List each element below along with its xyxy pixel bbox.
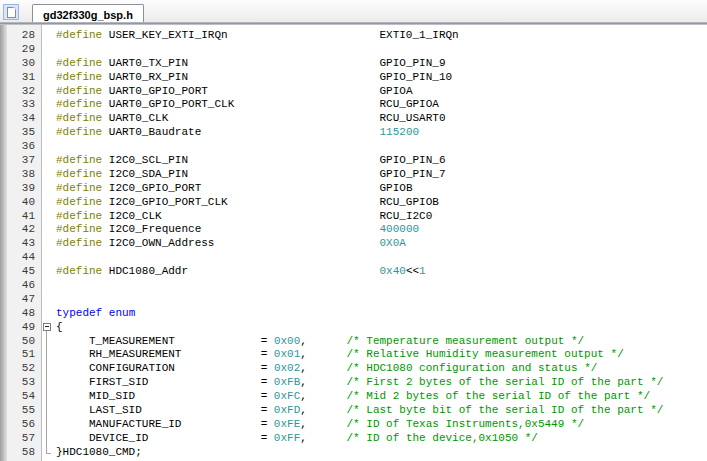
code-line[interactable]: 37#define I2C0_SCL_PIN GPIO_PIN_6 bbox=[7, 154, 707, 168]
code-text: typedef enum bbox=[56, 307, 707, 321]
code-line[interactable]: 56 MANUFACTURE_ID = 0xFE, /* ID of Texas… bbox=[7, 418, 707, 432]
code-line[interactable]: 31#define UART0_RX_PIN GPIO_PIN_10 bbox=[7, 71, 707, 85]
code-text: #define UART0_CLK RCU_USART0 bbox=[56, 112, 707, 126]
fold-collapse-icon[interactable] bbox=[41, 321, 56, 335]
line-number: 52 bbox=[7, 362, 41, 376]
code-text: #define I2C0_SDA_PIN GPIO_PIN_7 bbox=[56, 168, 707, 182]
tab-bar: gd32f330g_bsp.h bbox=[0, 0, 707, 22]
fold-margin bbox=[41, 307, 56, 321]
code-line[interactable]: 42#define I2C0_Frequence 400000 bbox=[7, 223, 707, 237]
line-number: 33 bbox=[7, 98, 41, 112]
code-text: #define UART0_Baudrate 115200 bbox=[56, 126, 707, 140]
line-number: 39 bbox=[7, 182, 41, 196]
tab-gd32f330g-bsp[interactable]: gd32f330g_bsp.h bbox=[32, 4, 144, 23]
code-line[interactable]: 41#define I2C0_CLK RCU_I2C0 bbox=[7, 210, 707, 224]
code-line[interactable]: 35#define UART0_Baudrate 115200 bbox=[7, 126, 707, 140]
fold-line bbox=[41, 418, 56, 432]
code-line[interactable]: 28#define USER_KEY_EXTI_IRQn EXTI0_1_IRQ… bbox=[7, 29, 707, 43]
fold-margin bbox=[41, 223, 56, 237]
file-icon-button[interactable] bbox=[3, 4, 19, 20]
code-text: MANUFACTURE_ID = 0xFE, /* ID of Texas In… bbox=[56, 418, 707, 432]
fold-margin bbox=[41, 182, 56, 196]
fold-margin bbox=[41, 168, 56, 182]
document-icon bbox=[7, 7, 16, 18]
code-line[interactable]: 57 DEVICE_ID = 0xFF, /* ID of the device… bbox=[7, 432, 707, 446]
code-line[interactable]: 50 T_MEASUREMENT = 0x00, /* Temperature … bbox=[7, 335, 707, 349]
line-number: 42 bbox=[7, 223, 41, 237]
fold-line bbox=[41, 362, 56, 376]
fold-margin bbox=[41, 126, 56, 140]
code-line[interactable]: 46 bbox=[7, 279, 707, 293]
code-text: #define USER_KEY_EXTI_IRQn EXTI0_1_IRQn bbox=[56, 29, 707, 43]
fold-margin bbox=[41, 210, 56, 224]
code-line[interactable]: 44 bbox=[7, 251, 707, 265]
code-text: #define I2C0_OWN_Address 0X0A bbox=[56, 237, 707, 251]
fold-margin bbox=[41, 251, 56, 265]
line-number: 38 bbox=[7, 168, 41, 182]
fold-margin bbox=[41, 57, 56, 71]
code-line[interactable]: 48typedef enum bbox=[7, 307, 707, 321]
fold-margin bbox=[41, 265, 56, 279]
line-number: 44 bbox=[7, 251, 41, 265]
code-line[interactable]: 38#define I2C0_SDA_PIN GPIO_PIN_7 bbox=[7, 168, 707, 182]
code-text bbox=[56, 43, 707, 57]
fold-margin bbox=[41, 279, 56, 293]
line-number: 49 bbox=[7, 321, 41, 335]
code-text: { bbox=[56, 321, 707, 335]
fold-margin bbox=[41, 293, 56, 307]
fold-line bbox=[41, 432, 56, 446]
code-text: RH_MEASUREMENT = 0x01, /* Relative Humid… bbox=[56, 348, 707, 362]
code-line[interactable]: 52 CONFIGURATION = 0x02, /* HDC1080 conf… bbox=[7, 362, 707, 376]
code-line[interactable]: 51 RH_MEASUREMENT = 0x01, /* Relative Hu… bbox=[7, 348, 707, 362]
fold-margin bbox=[41, 154, 56, 168]
code-editor[interactable]: 28#define USER_KEY_EXTI_IRQn EXTI0_1_IRQ… bbox=[0, 25, 707, 461]
line-number: 54 bbox=[7, 390, 41, 404]
code-line[interactable]: 40#define I2C0_GPIO_PORT_CLK RCU_GPIOB bbox=[7, 196, 707, 210]
code-text: #define UART0_GPIO_PORT_CLK RCU_GPIOA bbox=[56, 98, 707, 112]
line-number: 50 bbox=[7, 335, 41, 349]
line-number: 40 bbox=[7, 196, 41, 210]
line-number: 36 bbox=[7, 140, 41, 154]
code-line[interactable]: 32#define UART0_GPIO_PORT GPIOA bbox=[7, 85, 707, 99]
code-line[interactable]: 58}HDC1080_CMD; bbox=[7, 446, 707, 460]
fold-margin bbox=[41, 112, 56, 126]
code-text bbox=[56, 251, 707, 265]
fold-margin bbox=[41, 43, 56, 57]
code-line[interactable]: 49{ bbox=[7, 321, 707, 335]
code-line[interactable]: 39#define I2C0_GPIO_PORT GPIOB bbox=[7, 182, 707, 196]
fold-line bbox=[41, 404, 56, 418]
code-text bbox=[56, 140, 707, 154]
code-text: #define HDC1080_Addr 0x40<<1 bbox=[56, 265, 707, 279]
line-number: 32 bbox=[7, 85, 41, 99]
fold-margin bbox=[41, 29, 56, 43]
fold-margin bbox=[41, 85, 56, 99]
code-line[interactable]: 47 bbox=[7, 293, 707, 307]
code-line[interactable]: 55 LAST_SID = 0xFD, /* Last byte bit of … bbox=[7, 404, 707, 418]
line-number: 41 bbox=[7, 210, 41, 224]
line-number: 46 bbox=[7, 279, 41, 293]
code-text: #define I2C0_CLK RCU_I2C0 bbox=[56, 210, 707, 224]
code-line[interactable]: 54 MID_SID = 0xFC, /* Mid 2 bytes of the… bbox=[7, 390, 707, 404]
code-line[interactable]: 34#define UART0_CLK RCU_USART0 bbox=[7, 112, 707, 126]
code-text: T_MEASUREMENT = 0x00, /* Temperature mea… bbox=[56, 335, 707, 349]
line-number: 57 bbox=[7, 432, 41, 446]
fold-line bbox=[41, 446, 56, 460]
line-number: 55 bbox=[7, 404, 41, 418]
code-text: #define I2C0_Frequence 400000 bbox=[56, 223, 707, 237]
code-line[interactable]: 30#define UART0_TX_PIN GPIO_PIN_9 bbox=[7, 57, 707, 71]
code-line[interactable]: 45#define HDC1080_Addr 0x40<<1 bbox=[7, 265, 707, 279]
code-text: FIRST_SID = 0xFB, /* First 2 bytes of th… bbox=[56, 376, 707, 390]
fold-line bbox=[41, 348, 56, 362]
fold-line bbox=[41, 335, 56, 349]
line-number: 56 bbox=[7, 418, 41, 432]
line-number: 30 bbox=[7, 57, 41, 71]
code-line[interactable]: 43#define I2C0_OWN_Address 0X0A bbox=[7, 237, 707, 251]
code-line[interactable]: 36 bbox=[7, 140, 707, 154]
code-line[interactable]: 33#define UART0_GPIO_PORT_CLK RCU_GPIOA bbox=[7, 98, 707, 112]
code-line[interactable]: 53 FIRST_SID = 0xFB, /* First 2 bytes of… bbox=[7, 376, 707, 390]
line-number: 34 bbox=[7, 112, 41, 126]
code-text: DEVICE_ID = 0xFF, /* ID of the device,0x… bbox=[56, 432, 707, 446]
code-text: LAST_SID = 0xFD, /* Last byte bit of the… bbox=[56, 404, 707, 418]
line-number: 47 bbox=[7, 293, 41, 307]
code-line[interactable]: 29 bbox=[7, 43, 707, 57]
